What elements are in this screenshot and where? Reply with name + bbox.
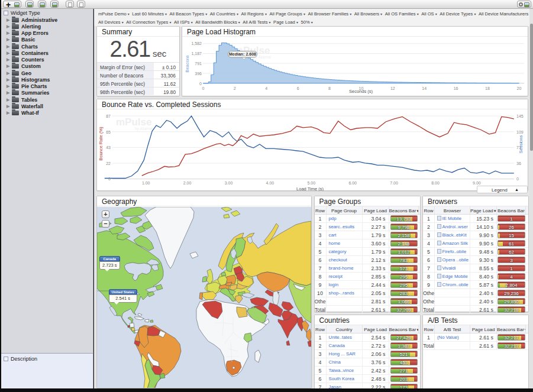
svg-text:6: 6	[297, 86, 299, 90]
svg-text:Seconds (s): Seconds (s)	[349, 89, 373, 94]
svg-text:145: 145	[516, 114, 524, 118]
svg-text:4: 4	[265, 86, 267, 90]
svg-text:20: 20	[517, 86, 522, 90]
svg-text:8: 8	[328, 86, 331, 90]
svg-text:65: 65	[106, 130, 111, 134]
svg-text:3.00: 3.00	[225, 181, 233, 185]
svg-text:2.00: 2.00	[183, 181, 192, 185]
svg-text:1,187: 1,187	[191, 51, 202, 56]
svg-text:87: 87	[106, 114, 111, 118]
svg-text:Load Time (s): Load Time (s)	[296, 186, 324, 192]
svg-text:43: 43	[106, 145, 111, 150]
svg-text:2: 2	[234, 86, 236, 90]
svg-text:396: 396	[195, 71, 202, 75]
svg-text:16: 16	[454, 86, 458, 90]
svg-text:5.00: 5.00	[307, 181, 315, 185]
svg-text:22: 22	[106, 161, 111, 166]
svg-text:8.00: 8.00	[431, 181, 440, 185]
svg-text:Median: 2.608: Median: 2.608	[229, 52, 256, 56]
svg-text:791: 791	[195, 61, 202, 65]
svg-text:Bounce Rate (%): Bounce Rate (%)	[98, 127, 104, 161]
svg-text:36: 36	[516, 161, 521, 166]
svg-text:1.00: 1.00	[142, 181, 150, 185]
svg-text:7.00: 7.00	[390, 181, 398, 185]
svg-text:0: 0	[108, 177, 111, 181]
svg-text:0: 0	[199, 81, 202, 85]
svg-text:0: 0	[516, 177, 519, 181]
svg-text:109: 109	[516, 130, 524, 134]
svg-text:14: 14	[422, 86, 427, 90]
svg-text:4.00: 4.00	[266, 181, 274, 185]
svg-text:12: 12	[390, 86, 395, 90]
svg-text:6.00: 6.00	[348, 181, 357, 185]
svg-text:18: 18	[485, 86, 490, 90]
svg-text:Beacons: Beacons	[185, 55, 190, 72]
svg-text:by Akamai: by Akamai	[135, 127, 153, 131]
svg-text:1,582: 1,582	[191, 41, 202, 46]
svg-text:9.00: 9.00	[473, 181, 481, 185]
svg-text:Sessions: Sessions	[518, 135, 524, 154]
svg-text:0: 0	[202, 86, 204, 90]
